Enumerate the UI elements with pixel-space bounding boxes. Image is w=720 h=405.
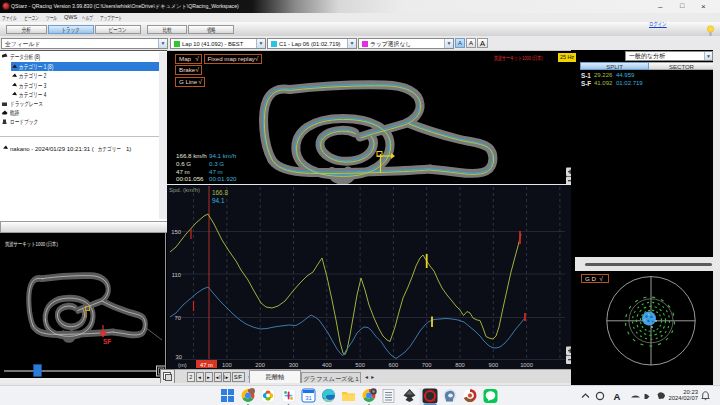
svg-text:150: 150 [171,229,181,235]
svg-text:SF: SF [103,338,111,345]
svg-text:600: 600 [389,362,399,368]
svg-text:300: 300 [289,362,299,368]
svg-text:(m): (m) [178,362,187,368]
svg-text:110: 110 [172,272,181,278]
svg-text:31: 31 [305,395,312,401]
svg-text:筑波サーキット1000 (日本): 筑波サーキット1000 (日本) [5,240,58,248]
svg-text:200: 200 [255,362,265,368]
svg-text:800: 800 [455,362,465,368]
svg-text:100: 100 [222,362,232,368]
svg-text:30: 30 [176,354,182,360]
svg-text:400: 400 [322,362,332,368]
svg-text:47 m: 47 m [200,362,213,368]
svg-text:700: 700 [422,362,432,368]
svg-text:900: 900 [488,362,498,368]
svg-text:70: 70 [175,315,181,321]
svg-text:A: A [614,391,621,402]
svg-text:500: 500 [355,362,365,368]
svg-text:94.1: 94.1 [212,197,225,204]
svg-text:Spd. (km/h): Spd. (km/h) [169,187,200,193]
svg-text:1000: 1000 [520,362,533,368]
svg-text:166.8: 166.8 [212,189,228,196]
